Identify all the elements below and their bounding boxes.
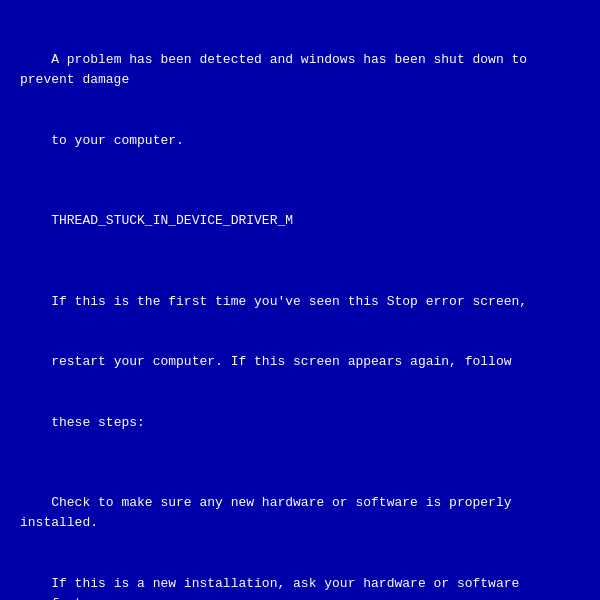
section2-line1: Check to make sure any new hardware or s…	[20, 495, 519, 530]
section2-line2: If this is a new installation, ask your …	[20, 576, 527, 600]
section1-line2: restart your computer. If this screen ap…	[51, 354, 511, 369]
line1: A problem has been detected and windows …	[20, 52, 535, 87]
bsod-screen: A problem has been detected and windows …	[0, 0, 600, 600]
bsod-content: A problem has been detected and windows …	[20, 30, 580, 600]
line2: to your computer.	[51, 133, 184, 148]
section1-heading: If this is the first time you've seen th…	[51, 294, 527, 309]
error-code-label: THREAD_STUCK_IN_DEVICE_DRIVER_M	[51, 213, 293, 228]
section1-line3: these steps:	[51, 415, 145, 430]
